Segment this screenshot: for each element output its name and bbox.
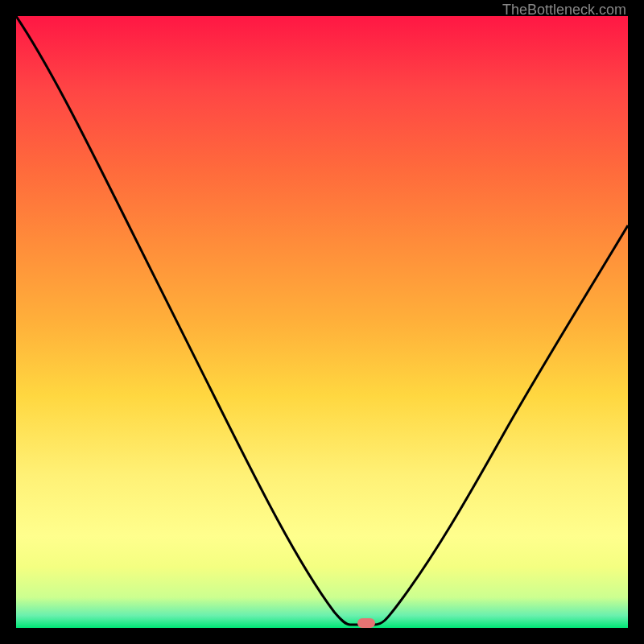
watermark-text: TheBottleneck.com	[502, 2, 626, 19]
chart-container: TheBottleneck.com	[0, 0, 644, 644]
curve-svg	[16, 16, 628, 628]
plot-area	[16, 16, 628, 628]
bottleneck-curve-path	[16, 16, 628, 625]
optimal-point-marker	[357, 618, 375, 628]
